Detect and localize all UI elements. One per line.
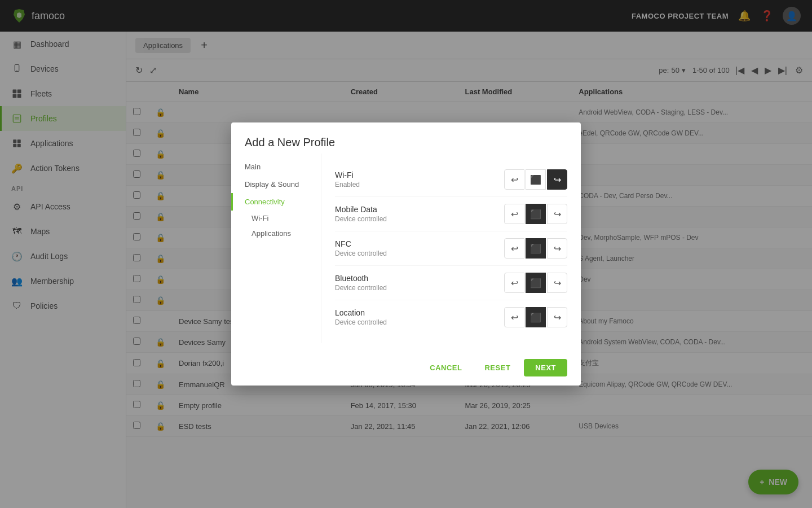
setting-value: Device controlled — [335, 249, 387, 257]
ctrl-btn-2[interactable]: ↪ — [547, 273, 567, 293]
add-profile-dialog: Add a New Profile Main Display & Sound C… — [231, 122, 581, 386]
setting-label: Wi-Fi — [335, 170, 360, 179]
setting-row-location: Location Device controlled ↩⬛↪ — [335, 300, 567, 334]
dialog-overlay[interactable]: Add a New Profile Main Display & Sound C… — [0, 0, 812, 508]
setting-row-wifi: Wi-Fi Enabled ↩⬛↪ — [335, 163, 567, 197]
setting-controls: ↩⬛↪ — [504, 204, 567, 224]
setting-row-mobile-data: Mobile Data Device controlled ↩⬛↪ — [335, 197, 567, 231]
dialog-title: Add a New Profile — [231, 122, 581, 154]
dialog-nav-main[interactable]: Main — [231, 158, 321, 176]
setting-info: Wi-Fi Enabled — [335, 170, 360, 189]
setting-controls: ↩⬛↪ — [504, 238, 567, 259]
dialog-nav-wifi[interactable]: Wi-Fi — [231, 211, 321, 226]
setting-controls: ↩⬛↪ — [504, 273, 567, 293]
setting-value: Device controlled — [335, 215, 387, 223]
ctrl-btn-0[interactable]: ↩ — [504, 307, 524, 327]
ctrl-btn-1[interactable]: ⬛ — [526, 273, 546, 293]
setting-info: Location Device controlled — [335, 308, 387, 326]
setting-info: Bluetooth Device controlled — [335, 274, 387, 292]
setting-controls: ↩⬛↪ — [504, 307, 567, 327]
setting-label: NFC — [335, 239, 387, 248]
setting-row-nfc: NFC Device controlled ↩⬛↪ — [335, 231, 567, 266]
dialog-nav-display-sound[interactable]: Display & Sound — [231, 176, 321, 193]
setting-value: Device controlled — [335, 284, 387, 292]
setting-info: Mobile Data Device controlled — [335, 205, 387, 223]
ctrl-btn-1[interactable]: ⬛ — [526, 169, 546, 190]
dialog-content: Wi-Fi Enabled ↩⬛↪ Mobile Data Device con… — [321, 154, 581, 343]
ctrl-btn-2[interactable]: ↪ — [547, 169, 567, 190]
ctrl-btn-0[interactable]: ↩ — [504, 169, 524, 190]
ctrl-btn-1[interactable]: ⬛ — [526, 238, 546, 259]
setting-controls: ↩⬛↪ — [504, 169, 567, 190]
dialog-nav: Main Display & Sound Connectivity Wi-Fi … — [231, 154, 321, 343]
next-button[interactable]: NEXT — [524, 359, 567, 376]
reset-button[interactable]: RESET — [475, 359, 519, 376]
setting-value: Enabled — [335, 181, 360, 189]
ctrl-btn-1[interactable]: ⬛ — [526, 204, 546, 224]
setting-label: Bluetooth — [335, 274, 387, 283]
dialog-body: Main Display & Sound Connectivity Wi-Fi … — [231, 154, 581, 352]
setting-value: Device controlled — [335, 318, 387, 326]
cancel-button[interactable]: CANCEL — [421, 359, 471, 376]
setting-label: Mobile Data — [335, 205, 387, 214]
setting-row-bluetooth: Bluetooth Device controlled ↩⬛↪ — [335, 266, 567, 300]
ctrl-btn-2[interactable]: ↪ — [547, 238, 567, 259]
dialog-nav-applications[interactable]: Applications — [231, 226, 321, 241]
dialog-actions: CANCEL RESET NEXT — [231, 352, 581, 386]
ctrl-btn-1[interactable]: ⬛ — [526, 307, 546, 327]
setting-label: Location — [335, 308, 387, 317]
dialog-nav-connectivity[interactable]: Connectivity — [231, 193, 321, 211]
ctrl-btn-2[interactable]: ↪ — [547, 307, 567, 327]
ctrl-btn-0[interactable]: ↩ — [504, 273, 524, 293]
ctrl-btn-0[interactable]: ↩ — [504, 204, 524, 224]
setting-info: NFC Device controlled — [335, 239, 387, 257]
ctrl-btn-0[interactable]: ↩ — [504, 238, 524, 259]
ctrl-btn-2[interactable]: ↪ — [547, 204, 567, 224]
